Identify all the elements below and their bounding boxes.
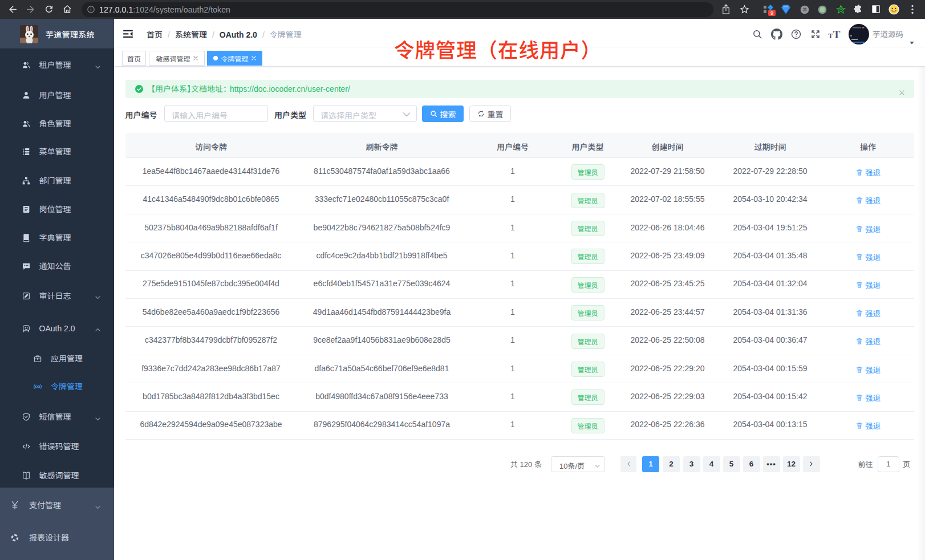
svg-text:9: 9 xyxy=(770,10,773,16)
svg-text:⌘: ⌘ xyxy=(802,7,808,13)
